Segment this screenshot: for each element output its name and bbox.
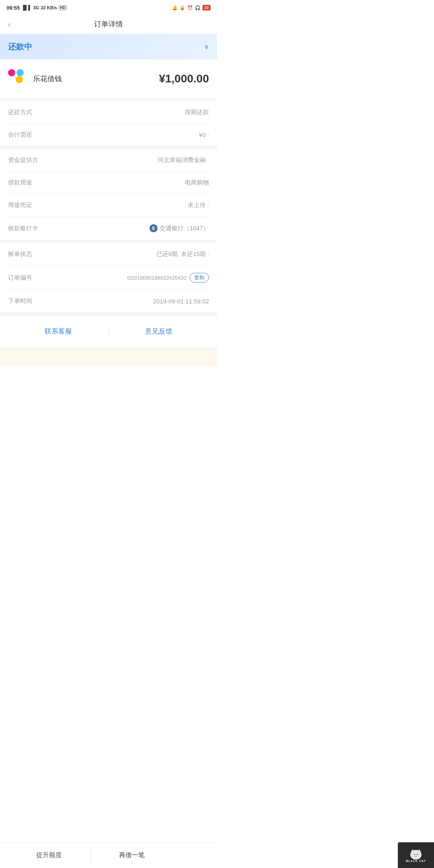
order-number-row: 订单编号 O2019090196622420432 复制: [8, 266, 209, 290]
page-header: ‹ 订单详情: [0, 14, 217, 34]
order-time-label: 下单时间: [8, 297, 32, 305]
loan-purpose-row: 借款用途 电商购物: [8, 172, 209, 194]
loan-amount: ¥1,000.00: [159, 72, 209, 85]
feedback-button[interactable]: 意见反馈: [109, 323, 209, 339]
status-banner[interactable]: 还款中 ∨: [0, 34, 217, 59]
fund-info-section: 资金提供方 河北幸福消费金融 › 借款用途 电商购物 用途凭证 未上传 › 收款…: [0, 149, 217, 243]
bank-card-label: 收款银行卡: [8, 225, 38, 232]
repayment-info-section: 还款方式 按期还款 合计需还 ¥0 ›: [0, 101, 217, 149]
arrow-right-icon-4: ›: [207, 252, 209, 257]
loan-status-text: 还款中: [8, 41, 32, 52]
total-repay-value[interactable]: ¥0 ›: [199, 131, 209, 138]
bank-card-value: B 交通银行（1047）: [149, 224, 209, 233]
bill-status-row[interactable]: 账单状态 已还9期, 未还15期 ›: [8, 243, 209, 266]
alarm-icon: ⏰: [187, 5, 193, 10]
svg-text:B: B: [152, 226, 155, 231]
status-right: 🔔 🔒 ⏰ 🎧 10: [172, 5, 211, 10]
hd-icon: HD: [59, 5, 67, 10]
order-info-section: 账单状态 已还9期, 未还15期 › 订单编号 O201909019662242…: [0, 243, 217, 315]
page-title: 订单详情: [94, 19, 123, 29]
back-button[interactable]: ‹: [8, 20, 11, 29]
copy-button[interactable]: 复制: [190, 273, 209, 283]
warm-bg-area: [0, 350, 217, 366]
repayment-method-value: 按期还款: [185, 108, 209, 116]
total-repay-label: 合计需还: [8, 131, 32, 139]
signal-3g: 3G: [33, 5, 39, 10]
bill-status-label: 账单状态: [8, 250, 32, 258]
chevron-down-icon: ∨: [204, 43, 209, 51]
arrow-right-icon: ›: [207, 132, 209, 138]
purpose-proof-row[interactable]: 用途凭证 未上传 ›: [8, 194, 209, 217]
lock-icon: 🔒: [180, 5, 185, 10]
total-repay-row[interactable]: 合计需还 ¥0 ›: [8, 124, 209, 146]
loan-logo: [8, 69, 27, 88]
logo-circle-yellow: [16, 76, 23, 83]
loan-purpose-label: 借款用途: [8, 179, 32, 186]
status-left: 09:55 ▐▌▌ 3G 22 KB/s HD: [6, 5, 67, 11]
fund-provider-value[interactable]: 河北幸福消费金融 ›: [158, 156, 209, 164]
repayment-method-row: 还款方式 按期还款: [8, 101, 209, 124]
speed-display: 22 KB/s: [41, 5, 57, 10]
fund-provider-row[interactable]: 资金提供方 河北幸福消费金融 ›: [8, 149, 209, 172]
repayment-method-label: 还款方式: [8, 108, 32, 116]
bank-card-row: 收款银行卡 B 交通银行（1047）: [8, 217, 209, 240]
arrow-right-icon-2: ›: [207, 158, 209, 163]
fund-provider-label: 资金提供方: [8, 156, 38, 164]
loan-card: 乐花借钱 ¥1,000.00: [0, 59, 217, 101]
time-display: 09:55: [6, 5, 20, 11]
contact-service-button[interactable]: 联系客服: [8, 323, 108, 339]
signal-icon: ▐▌▌: [21, 5, 32, 10]
order-number-text: O2019090196622420432: [127, 275, 186, 281]
loan-purpose-value: 电商购物: [185, 179, 209, 186]
arrow-right-icon-3: ›: [207, 203, 209, 208]
loan-name: 乐花借钱: [33, 74, 62, 84]
bank-logo-icon: B: [149, 224, 158, 233]
order-time-value: 2019-09-01 11:59:52: [153, 298, 209, 305]
logo-circle-blue: [16, 69, 24, 76]
headphone-icon: 🎧: [195, 5, 201, 10]
bottom-spacer: [0, 366, 217, 399]
bill-status-value[interactable]: 已还9期, 未还15期 ›: [156, 250, 209, 258]
battery-display: 10: [203, 5, 211, 10]
order-time-row: 下单时间 2019-09-01 11:59:52: [8, 290, 209, 312]
order-number-label: 订单编号: [8, 274, 32, 282]
purpose-proof-value[interactable]: 未上传 ›: [188, 201, 209, 209]
order-number-value-container: O2019090196622420432 复制: [35, 273, 209, 283]
action-section: 联系客服 意见反馈: [0, 315, 217, 350]
purpose-proof-label: 用途凭证: [8, 201, 32, 209]
loan-info-left: 乐花借钱: [8, 69, 62, 88]
status-bar: 09:55 ▐▌▌ 3G 22 KB/s HD 🔔 🔒 ⏰ 🎧 10: [0, 0, 217, 14]
logo-circle-pink: [8, 69, 15, 76]
vibrate-icon: 🔔: [172, 5, 178, 10]
